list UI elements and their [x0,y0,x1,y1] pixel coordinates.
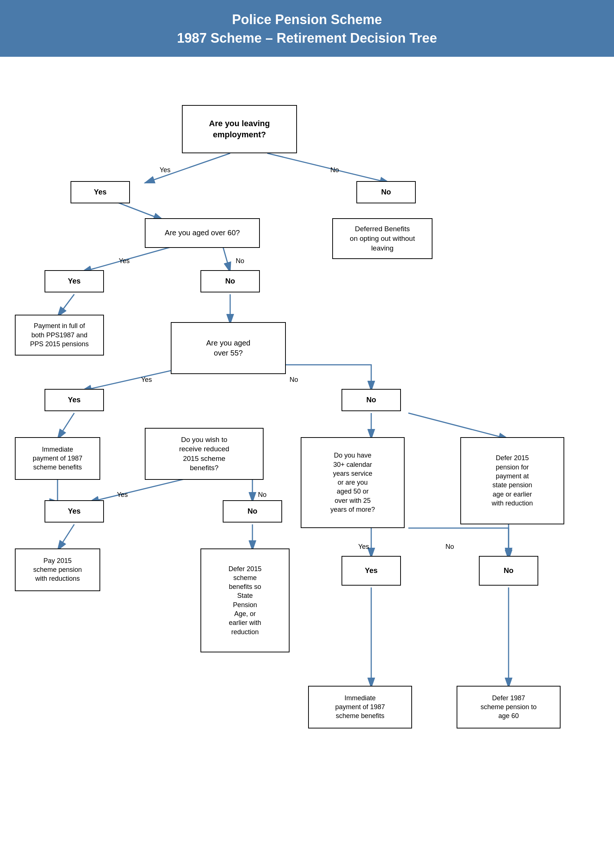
pay-2015-reductions-box: Pay 2015 scheme pension with reductions [15,549,100,591]
deferred-benefits-box: Deferred Benefits on opting out without … [332,218,433,259]
svg-line-2 [267,153,390,183]
no-30-box: No [479,556,538,586]
defer-2015-pension-box: Defer 2015 scheme benefits so State Pens… [200,549,290,653]
pay-2015-reductions-label: Pay 2015 scheme pension with reductions [33,556,82,583]
immediate-1987-a-label: Immediate payment of 1987 scheme benefit… [33,445,82,472]
diagram-area: Are you leaving employment? Yes No Are y… [0,57,614,868]
yes1-box: Yes [71,181,130,203]
header: Police Pension Scheme 1987 Scheme – Reti… [0,0,614,57]
start-box: Are you leaving employment? [182,105,297,153]
svg-line-10 [89,476,197,502]
do-you-have-30-label: Do you have 30+ calendar years service o… [330,451,375,514]
no2-box: No [200,270,260,293]
yes-30-label: Yes [365,566,378,575]
header-line2: 1987 Scheme – Retirement Decision Tree [8,29,606,48]
do-you-have-30-box: Do you have 30+ calendar years service o… [301,437,405,528]
wish-reduced-label: Do you wish to receive reduced 2015 sche… [179,435,229,473]
svg-line-3 [115,202,163,220]
svg-line-9 [57,413,74,439]
header-line1: Police Pension Scheme [8,10,606,29]
aged-over-60-box: Are you aged over 60? [145,218,260,248]
arrow-no-aged55: No [290,376,298,384]
svg-line-12 [57,524,74,550]
no-reduced-box: No [223,500,282,522]
no1-label: No [381,187,391,197]
arrow-no-start: No [330,166,339,174]
wish-reduced-box: Do you wish to receive reduced 2015 sche… [145,428,264,480]
no-55-label: No [366,395,377,405]
arrow-yes-aged55: Yes [141,376,152,384]
yes-reduced-box: Yes [45,500,104,522]
no-55-box: No [341,389,401,411]
immediate-1987-a-box: Immediate payment of 1987 scheme benefit… [15,437,100,480]
yes3-label: Yes [68,395,81,405]
no1-box: No [357,181,416,203]
aged-over-55-box: Are you aged over 55? [171,322,286,374]
immediate-1987-b-box: Immediate payment of 1987 scheme benefit… [308,686,412,728]
arrow-yes-start: Yes [160,166,171,174]
no-30-label: No [504,566,514,575]
svg-line-5 [223,246,230,272]
defer-2015-state-box: Defer 2015 pension for payment at state … [460,437,564,524]
defer-1987-60-box: Defer 1987 scheme pension to age 60 [457,686,561,728]
payment-full-label: Payment in full of both PPS1987 and PPS … [30,321,89,349]
yes1-label: Yes [94,187,107,197]
yes2-box: Yes [45,270,104,293]
svg-line-6 [57,294,74,316]
aged-over-55-label: Are you aged over 55? [206,338,251,358]
arrow-yes-aged60: Yes [119,257,130,265]
deferred-benefits-label: Deferred Benefits on opting out without … [350,224,415,253]
immediate-1987-b-label: Immediate payment of 1987 scheme benefit… [335,694,385,721]
yes-30-box: Yes [341,556,401,586]
defer-2015-pension-label: Defer 2015 scheme benefits so State Pens… [228,564,261,636]
aged-over-60-label: Are you aged over 60? [165,228,240,238]
svg-line-1 [145,153,230,183]
yes2-label: Yes [68,276,81,286]
defer-2015-state-label: Defer 2015 pension for payment at state … [492,454,533,508]
payment-full-box: Payment in full of both PPS1987 and PPS … [15,315,104,355]
svg-line-15 [408,413,509,439]
arrow-yes-reduced: Yes [117,491,128,499]
arrow-no-30: No [445,543,454,551]
arrow-no-reduced: No [258,491,267,499]
no2-label: No [225,276,236,286]
no-reduced-label: No [248,506,257,516]
arrow-yes-30: Yes [358,543,369,551]
defer-1987-60-label: Defer 1987 scheme pension to age 60 [481,694,536,721]
start-label: Are you leaving employment? [209,118,270,140]
yes-reduced-label: Yes [68,506,81,516]
yes3-box: Yes [45,389,104,411]
arrow-no-aged60: No [236,257,244,265]
